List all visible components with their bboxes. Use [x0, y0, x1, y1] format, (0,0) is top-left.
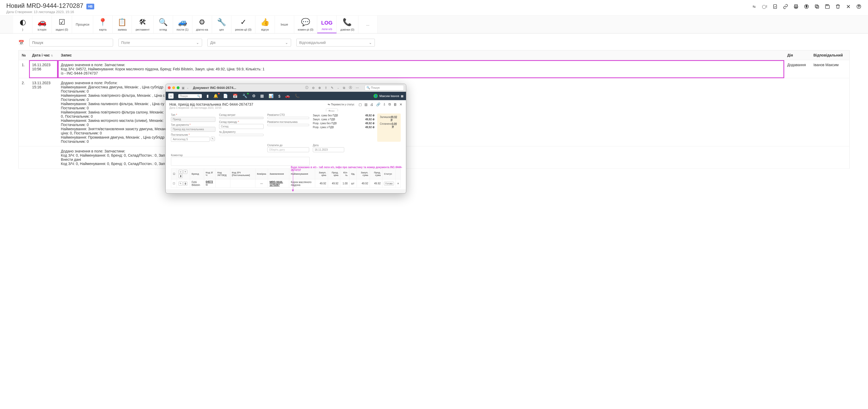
copy-icon[interactable] — [814, 4, 820, 9]
tab-cut[interactable]: ◐) — [13, 16, 32, 33]
gear-icon[interactable]: ⚙ — [252, 94, 255, 98]
edit-icon[interactable]: ✎ — [331, 86, 334, 90]
window-max-icon[interactable] — [177, 86, 180, 89]
doc-check-icon[interactable] — [772, 4, 778, 9]
money-icon[interactable]: $ — [278, 94, 280, 98]
home-icon[interactable]: ⌂ — [168, 93, 174, 99]
sup-req-select[interactable] — [267, 124, 309, 126]
tab-calls[interactable]: 📞дзвінки (0) — [337, 16, 358, 33]
tab-history[interactable]: 🚗історія — [32, 16, 52, 33]
tab-more[interactable]: … — [358, 16, 378, 33]
tab-regulation[interactable]: 🛠регламент — [132, 16, 153, 33]
svg-text:?: ? — [858, 5, 860, 8]
tab-posts[interactable]: 🚙пости (1) — [173, 16, 192, 33]
highlight-icon[interactable]: Ⓐ — [349, 86, 352, 90]
arrow-icon — [293, 169, 293, 174]
chart-icon[interactable]: 📊 — [269, 94, 274, 98]
doc-icon[interactable]: 📄 — [223, 94, 228, 98]
action-select[interactable]: Дія⌄ — [207, 39, 291, 46]
tab-processes[interactable]: Процеси — [72, 16, 93, 33]
calendar-icon[interactable]: 📅 — [233, 94, 238, 98]
tab-shop[interactable]: 🔧цех — [212, 16, 231, 33]
type-select[interactable]: Прихід — [171, 117, 215, 122]
cell-action — [784, 78, 810, 146]
car-icon[interactable]: 🚗 — [285, 94, 290, 98]
print-icon[interactable]: 🖨 — [370, 103, 374, 106]
tab-comments[interactable]: 💬комен-рі (0) — [294, 16, 317, 33]
chevron-down-icon[interactable]: ⌄ — [187, 86, 189, 89]
window-close-icon[interactable] — [168, 86, 170, 89]
col-date[interactable]: Дата і час⇅ — [29, 50, 58, 60]
table-row: 1. 16.11.2023 10:56 Додано значення в по… — [19, 60, 850, 78]
window-search[interactable]: 🔍 Пошук — [365, 85, 404, 91]
text-icon[interactable]: ⋯ — [356, 86, 359, 90]
tab-logs[interactable]: LOGлоги н/з — [317, 16, 337, 33]
tab-request[interactable]: 📋заявка — [113, 16, 132, 33]
money-icon[interactable]: $ — [804, 4, 809, 9]
responsible-select[interactable]: Відповідальний⌄ — [296, 39, 375, 46]
supplier-select[interactable]: Автосклад S — [171, 137, 210, 142]
link-icon[interactable] — [783, 4, 788, 9]
save-icon[interactable] — [825, 4, 830, 9]
tab-feedback[interactable]: 👍відгук — [255, 16, 275, 33]
document-window: ▣ ⌄ Документ INC-9444-2674... ⓘ ⊖ ⊕ ⇪ ✎ … — [165, 84, 406, 174]
apps-icon[interactable]: ▦ — [401, 94, 403, 98]
link-icon[interactable]: 🔗 — [376, 103, 380, 106]
field-select[interactable]: Поле⌄ — [118, 39, 202, 46]
calendar-icon[interactable]: 📅 — [18, 40, 24, 45]
inc-store-select[interactable]: Склад — [219, 124, 264, 129]
list-icon[interactable]: ≡ — [179, 170, 183, 174]
col-action: Дія — [784, 50, 810, 60]
trash-icon[interactable] — [835, 4, 841, 9]
add-icon[interactable]: + — [183, 170, 187, 174]
barcode-icon[interactable]: ▥ — [364, 103, 368, 106]
docno-input[interactable] — [219, 134, 264, 136]
export-icon[interactable]: ⇩ — [383, 103, 386, 106]
cell-resp: Іванов Максим — [810, 60, 850, 78]
tab-tasks[interactable]: ☑задачі (0) — [52, 16, 72, 33]
schedule-icon[interactable]: ▦ — [260, 94, 264, 98]
swap-icon[interactable]: ⇆ — [751, 4, 757, 9]
bell-icon[interactable]: 🔔 — [213, 94, 218, 98]
tab-map[interactable]: 📍карта — [93, 16, 113, 33]
col-checkbox[interactable]: ☐ — [171, 169, 177, 174]
share-icon[interactable]: ⇪ — [324, 86, 327, 90]
barcode-icon[interactable]: ▮ — [207, 94, 209, 98]
form-icon[interactable]: ▢ — [359, 103, 362, 106]
copy-icon[interactable]: ⧉ — [389, 102, 391, 106]
trash-icon[interactable]: 🗑 — [394, 103, 397, 106]
date-input[interactable]: 16.11.2023 — [313, 147, 344, 152]
phone-icon[interactable]: 📞 — [295, 94, 300, 98]
sto-select[interactable] — [267, 117, 309, 119]
sidebar-toggle-icon[interactable]: ▣ — [182, 86, 185, 90]
tab-other[interactable]: Інше — [275, 16, 294, 33]
doctype-select[interactable]: Прихід від постачальника — [171, 127, 215, 132]
edit-supplier-icon[interactable]: ✎ — [211, 137, 215, 141]
tab-inspection[interactable]: 🔍огляд — [154, 16, 173, 33]
info-icon[interactable]: ⓘ — [305, 86, 308, 90]
status-button[interactable]: ⇆ Перевести у статус — [326, 103, 356, 106]
tab-recom[interactable]: ✓реком-ції (0) — [231, 16, 255, 33]
comment-label: Коментар — [171, 154, 183, 157]
print-icon[interactable] — [793, 4, 799, 9]
doctype-label: Тип документа — [171, 124, 215, 126]
help-icon[interactable]: ? — [856, 4, 862, 9]
app-search[interactable]: Пошук🔍 — [178, 94, 202, 98]
user-menu[interactable]: 👤 Максим Іванов ▦ — [374, 94, 403, 98]
pay-date-input[interactable]: Оберіть дату — [267, 147, 309, 152]
zoom-out-icon[interactable]: ⊖ — [312, 86, 315, 90]
copy-icon[interactable]: ⧉ — [343, 86, 345, 90]
alert-icon[interactable]: ◯! — [762, 4, 768, 9]
header-actions: ⇆ ◯! $ ? — [751, 2, 862, 9]
zoom-in-icon[interactable]: ⊕ — [318, 86, 321, 90]
cell-action — [784, 146, 810, 169]
close-icon[interactable] — [845, 4, 851, 9]
chevron-down-icon[interactable]: ⌄ — [337, 87, 339, 89]
tab-diag[interactable]: ⚙діагно-ка — [192, 16, 212, 33]
search-input[interactable] — [29, 39, 113, 46]
exp-store-select[interactable] — [219, 117, 264, 119]
wrench-icon[interactable]: 🔧 — [242, 94, 247, 98]
close-icon[interactable]: ✕ — [399, 103, 402, 106]
comment-input[interactable] — [171, 157, 310, 166]
window-min-icon[interactable] — [172, 86, 175, 89]
